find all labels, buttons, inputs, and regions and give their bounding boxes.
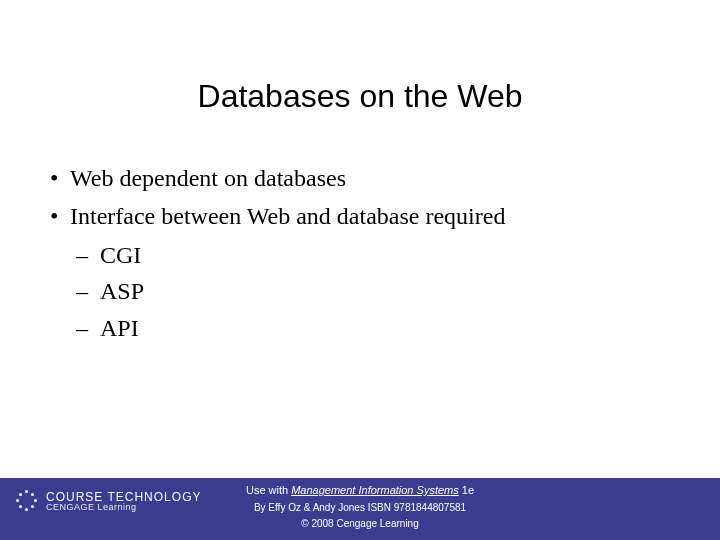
slide-body: Web dependent on databases Interface bet…: [50, 162, 670, 348]
footer-copyright: © 2008 Cengage Learning: [0, 518, 720, 529]
footer-bar: COURSE TECHNOLOGY CENGAGE Learning Use w…: [0, 478, 720, 540]
bullet-text: Web dependent on databases: [70, 165, 346, 191]
bullet-level2: CGI: [76, 239, 670, 271]
usewith-prefix: Use with: [246, 484, 291, 496]
book-title: Management Information Systems: [291, 484, 459, 496]
bullet-level2: API: [76, 312, 670, 344]
bullet-level1: Interface between Web and database requi…: [50, 200, 670, 232]
slide-title: Databases on the Web: [0, 78, 720, 115]
edition-suffix: 1e: [459, 484, 474, 496]
slide: Databases on the Web Web dependent on da…: [0, 0, 720, 540]
bullet-text: API: [100, 315, 139, 341]
bullet-level2: ASP: [76, 275, 670, 307]
footer-byline: By Effy Oz & Andy Jones ISBN 97818448075…: [0, 502, 720, 513]
bullet-text: Interface between Web and database requi…: [70, 203, 505, 229]
bullet-text: CGI: [100, 242, 141, 268]
footer-usewith: Use with Management Information Systems …: [0, 484, 720, 496]
bullet-text: ASP: [100, 278, 144, 304]
bullet-level1: Web dependent on databases: [50, 162, 670, 194]
